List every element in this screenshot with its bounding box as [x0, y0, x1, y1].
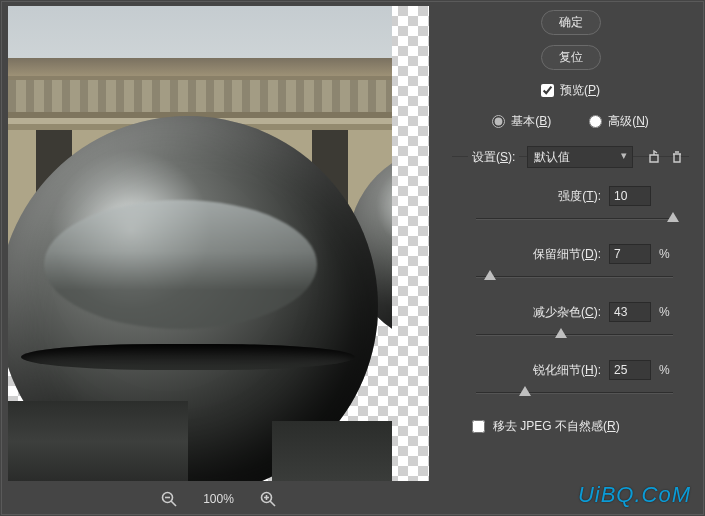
settings-dropdown[interactable]: 默认值 — [527, 146, 633, 168]
preview-image[interactable] — [8, 6, 392, 481]
sharpen-slider[interactable] — [476, 386, 673, 400]
strength-slider[interactable] — [476, 212, 673, 226]
preview-label: 预览(P) — [560, 82, 600, 99]
remove-jpeg-row[interactable]: 移去 JPEG 不自然感(R) — [472, 418, 691, 435]
slider-thumb[interactable] — [484, 270, 496, 280]
settings-label: 设置(S): — [468, 149, 519, 166]
remove-jpeg-label: 移去 JPEG 不自然感(R) — [493, 418, 620, 435]
controls-panel: 确定 复位 预览(P) 基本(B) 高级(N) 设置(S): 默认值 — [440, 0, 705, 516]
delete-preset-icon[interactable] — [669, 149, 685, 165]
pedestal — [8, 401, 188, 481]
settings-row: 设置(S): 默认值 — [468, 146, 685, 168]
zoom-bar: 100% — [8, 486, 429, 512]
balustrade — [8, 76, 392, 118]
svg-line-1 — [171, 501, 176, 506]
mode-advanced-radio[interactable]: 高级(N) — [589, 113, 649, 130]
svg-line-4 — [270, 501, 275, 506]
save-preset-icon[interactable] — [647, 149, 663, 165]
slider-preserve-detail: 保留细节(D): % — [476, 244, 673, 284]
reduce-slider[interactable] — [476, 328, 673, 342]
preserve-input[interactable] — [609, 244, 651, 264]
sharpen-input[interactable] — [609, 360, 651, 380]
zoom-out-icon[interactable] — [161, 491, 177, 507]
mode-basic-radio[interactable]: 基本(B) — [492, 113, 551, 130]
preview-checkbox-row[interactable]: 预览(P) — [450, 82, 691, 99]
preserve-slider[interactable] — [476, 270, 673, 284]
mode-radio-group: 基本(B) 高级(N) — [450, 113, 691, 130]
reset-button[interactable]: 复位 — [541, 45, 601, 70]
strength-label: 强度(T): — [558, 188, 601, 205]
watermark: UiBQ.CoM — [578, 482, 691, 508]
slider-thumb[interactable] — [555, 328, 567, 338]
ok-button[interactable]: 确定 — [541, 10, 601, 35]
reduce-label: 减少杂色(C): — [533, 304, 601, 321]
reduce-input[interactable] — [609, 302, 651, 322]
sharpen-label: 锐化细节(H): — [533, 362, 601, 379]
preview-pane — [8, 6, 429, 481]
slider-sharpen-detail: 锐化细节(H): % — [476, 360, 673, 400]
slider-thumb[interactable] — [519, 386, 531, 396]
zoom-in-icon[interactable] — [260, 491, 276, 507]
slider-strength: 强度(T): — [476, 186, 673, 226]
slider-reduce-noise: 减少杂色(C): % — [476, 302, 673, 342]
preview-checkbox[interactable] — [541, 84, 554, 97]
slider-thumb[interactable] — [667, 212, 679, 222]
preserve-label: 保留细节(D): — [533, 246, 601, 263]
remove-jpeg-checkbox[interactable] — [472, 420, 485, 433]
strength-input[interactable] — [609, 186, 651, 206]
zoom-level: 100% — [203, 492, 234, 506]
